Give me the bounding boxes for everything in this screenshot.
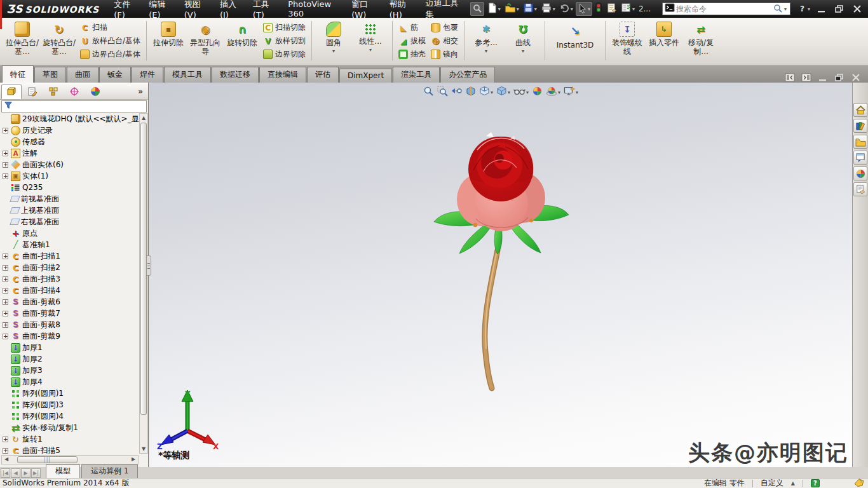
tree-filter[interactable]: [1, 100, 147, 112]
expand-icon[interactable]: +: [3, 288, 8, 294]
ribbon-reference-geometry-button[interactable]: 参考...▾: [468, 20, 505, 63]
ribbon-insert-part-button[interactable]: 插入零件: [646, 20, 682, 63]
doc-close-button[interactable]: [850, 72, 862, 83]
tab-办公室产品[interactable]: 办公室产品: [440, 67, 495, 83]
ribbon-extrude-boss-button[interactable]: 拉伸凸台/基...: [4, 20, 41, 63]
tree-item[interactable]: +曲面-扫描5: [0, 445, 139, 454]
search-input[interactable]: [675, 4, 773, 14]
ribbon-cut-loft-button[interactable]: 放样切割: [261, 34, 308, 48]
ribbon-instant3d-button[interactable]: Instant3D: [548, 20, 602, 50]
save-button[interactable]: ▾: [522, 2, 538, 16]
graphics-viewport[interactable]: ▾▾▾▾▾: [149, 83, 852, 467]
display-style-button[interactable]: ▾: [496, 85, 511, 99]
expand-icon[interactable]: +: [3, 128, 8, 133]
dropdown-caret-icon[interactable]: ▾: [522, 48, 524, 54]
help-button[interactable]: ?▾: [797, 3, 811, 15]
doc-restore-button[interactable]: [834, 72, 845, 83]
previous-view-button[interactable]: [451, 85, 463, 99]
tree-item[interactable]: 阵列(圆周)1: [0, 388, 139, 399]
scroll-down-icon[interactable]: ▼: [140, 446, 147, 452]
minimize-button[interactable]: [815, 3, 829, 15]
ribbon-mirror-button[interactable]: 镜向: [428, 48, 461, 61]
dropdown-caret-icon[interactable]: ▾: [553, 6, 555, 12]
apply-scene-button[interactable]: ▾: [545, 85, 561, 99]
ribbon-revolve-boss-button[interactable]: 旋转凸台/基...: [41, 20, 78, 63]
ribbon-sweep-button[interactable]: 扫描: [78, 21, 143, 34]
ribbon-shell-button[interactable]: 抽壳: [396, 48, 428, 61]
expand-icon[interactable]: +: [3, 311, 8, 316]
restore-button[interactable]: [832, 3, 846, 15]
tab-scroll-first-icon[interactable]: |◀: [1, 468, 10, 478]
tree-item[interactable]: +曲面-扫描1: [0, 250, 139, 262]
ribbon-loft-button[interactable]: 放样凸台/基体: [78, 34, 143, 48]
tree-item[interactable]: 传感器: [0, 136, 139, 147]
search-caret-icon[interactable]: ▾: [783, 6, 788, 12]
search-scope-icon[interactable]: [665, 3, 675, 15]
ribbon-fillet-button[interactable]: 圆角▾: [315, 20, 352, 63]
dropdown-caret-icon[interactable]: ▾: [571, 6, 573, 12]
solidworks-resources-button[interactable]: [853, 103, 867, 117]
tab-scroll-right-icon[interactable]: ▶: [21, 468, 31, 478]
tab-模具工具[interactable]: 模具工具: [164, 67, 211, 83]
tree-item[interactable]: 原点: [0, 227, 139, 239]
expand-icon[interactable]: +: [3, 254, 8, 259]
collapse-left-button[interactable]: [784, 72, 796, 83]
view-settings-button[interactable]: ▾: [563, 85, 579, 99]
featuremanager-tab[interactable]: [1, 85, 22, 99]
tree-item[interactable]: +曲面-扫描2: [0, 262, 139, 273]
tree-item[interactable]: Q235: [0, 182, 139, 193]
custom-properties-button[interactable]: [853, 182, 867, 196]
undo-button[interactable]: ▾: [558, 2, 574, 16]
section-view-button[interactable]: [465, 85, 477, 99]
propertymanager-tab[interactable]: [22, 85, 43, 99]
dropdown-caret-icon[interactable]: ▾: [558, 90, 560, 95]
tree-item[interactable]: 实体-移动/复制1: [0, 422, 139, 433]
tree-root-item[interactable]: 29玫瑰花DHQ (默认<<默认>_显示: [0, 113, 139, 125]
ribbon-cut-sweep-button[interactable]: 扫描切除: [261, 21, 308, 34]
print-button[interactable]: ▾: [539, 2, 557, 16]
tree-item[interactable]: 基准轴1: [0, 239, 139, 250]
menu-item[interactable]: 工具(T): [247, 0, 282, 18]
close-button[interactable]: [850, 3, 864, 15]
open-document-button[interactable]: ▾: [503, 2, 520, 16]
configurationmanager-tab[interactable]: [43, 85, 64, 99]
expand-icon[interactable]: +: [3, 299, 8, 305]
expand-icon[interactable]: +: [3, 151, 8, 156]
ribbon-curves-button[interactable]: 曲线▾: [505, 20, 541, 63]
custom-caret-icon[interactable]: ▲: [791, 480, 795, 486]
tree-horizontal-scrollbar[interactable]: ◀ ||| ▶: [1, 455, 139, 464]
tree-item[interactable]: 右视基准面: [0, 216, 139, 227]
tab-焊件[interactable]: 焊件: [132, 67, 163, 83]
help-caret-icon[interactable]: ▾: [808, 6, 810, 12]
appearances-scenes-button[interactable]: [853, 166, 867, 180]
zoom-fit-button[interactable]: [423, 85, 435, 99]
dropdown-caret-icon[interactable]: ▾: [526, 90, 529, 95]
tree-item[interactable]: 加厚3: [0, 365, 139, 376]
collapse-right-button[interactable]: [801, 72, 812, 83]
scroll-right-icon[interactable]: ▶: [130, 456, 137, 463]
tab-特征[interactable]: 特征: [2, 65, 34, 83]
ribbon-hole-wizard-button[interactable]: 异型孔向导: [187, 20, 224, 63]
panel-chevrons-icon[interactable]: »: [138, 87, 147, 96]
dropdown-caret-icon[interactable]: ▾: [517, 6, 519, 12]
expand-icon[interactable]: +: [3, 265, 8, 271]
menu-item[interactable]: 文件(F): [108, 0, 143, 18]
tab-模型[interactable]: 模型: [46, 464, 80, 478]
tab-数据迁移[interactable]: 数据迁移: [212, 67, 259, 83]
menu-item[interactable]: 迈迪工具集: [420, 0, 466, 18]
scroll-up-icon[interactable]: ▲: [140, 115, 147, 121]
status-help-icon[interactable]: ?: [811, 479, 820, 487]
menu-item[interactable]: 视图(V): [179, 0, 214, 18]
design-library-button[interactable]: [853, 119, 867, 133]
dropdown-caret-icon[interactable]: ▾: [485, 48, 487, 54]
ribbon-rib-button[interactable]: 筋: [396, 21, 428, 34]
hide-show-items-button[interactable]: ▾: [513, 86, 529, 98]
rose-model[interactable]: [415, 123, 580, 396]
scroll-thumb[interactable]: |||: [17, 456, 78, 463]
tab-scroll-left-icon[interactable]: ◀: [11, 468, 20, 478]
tab-运动算例 1[interactable]: 运动算例 1: [81, 464, 138, 478]
tree-item[interactable]: 加厚4: [0, 376, 139, 388]
dropdown-caret-icon[interactable]: ▾: [498, 6, 501, 12]
tab-直接编辑[interactable]: 直接编辑: [259, 67, 306, 83]
rebuild-button[interactable]: [593, 2, 604, 16]
